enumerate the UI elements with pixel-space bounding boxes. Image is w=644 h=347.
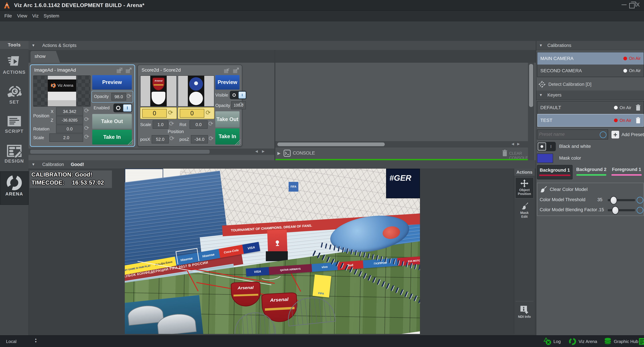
actions-vscrollbar[interactable]: [528, 63, 534, 160]
score2d-take-out-button[interactable]: Take Out: [215, 111, 240, 127]
score2d-away-thumbnail[interactable]: [178, 75, 214, 107]
minimize-button[interactable]: —: [622, 2, 626, 7]
tab-background-2[interactable]: Background 2: [574, 167, 608, 179]
tab-background-1[interactable]: Background 1: [537, 165, 572, 179]
menu-file[interactable]: File: [4, 13, 12, 18]
viz-arena-status-icon[interactable]: [568, 338, 576, 345]
clear-console-trash-icon[interactable]: [502, 150, 508, 157]
score2d-preview-button[interactable]: Preview: [215, 75, 240, 89]
score2d-home-thumbnail[interactable]: Arsenal: [140, 75, 177, 107]
actions-scripts-header[interactable]: ▼ Actions & Scripts: [28, 41, 536, 50]
actions-hscrollbar[interactable]: ◀ ▶: [28, 149, 274, 155]
score-home-field[interactable]: 0: [142, 109, 167, 118]
sidebar-item-script[interactable]: SCRIPT: [0, 112, 28, 140]
calibration-header[interactable]: ▼ Calibration Good!: [28, 160, 536, 169]
reset-icon[interactable]: ⟳: [239, 102, 244, 108]
imagead-scale-field[interactable]: 2.0: [49, 133, 83, 142]
keyer-row-test[interactable]: TEST On Air: [537, 114, 644, 127]
reset-icon[interactable]: ⟳: [84, 134, 89, 140]
imagead-take-in-button[interactable]: Take In: [92, 130, 132, 144]
score2d-rot-field[interactable]: 0.0: [190, 120, 208, 129]
score2d-action-card[interactable]: Score2d - Score2d Arsenal 0 ⟳: [138, 65, 242, 146]
info-icon[interactable]: [600, 131, 606, 138]
imagead-take-out-button[interactable]: Take Out: [92, 114, 132, 129]
card-resize-handle[interactable]: [235, 139, 240, 145]
mask-color-swatch[interactable]: [537, 154, 553, 163]
script-status-icon[interactable]: [638, 338, 644, 345]
keyers-header[interactable]: ▼ Keyers: [536, 90, 644, 100]
reset-icon[interactable]: ⟳: [170, 135, 174, 141]
imagead-action-card[interactable]: ImageAd - ImageAd Viz Arena X 34.3: [30, 65, 134, 146]
program-video-viewport[interactable]: #GER FIFA TOURNAMENT OF CHAMPIONS. DREAM…: [125, 169, 420, 334]
pop-in-icon[interactable]: [116, 67, 123, 74]
profile-dropdown-icon[interactable]: ▲▼: [34, 338, 37, 343]
profile-selector[interactable]: Local: [6, 339, 16, 344]
sidebar-item-arena[interactable]: ARENA: [0, 171, 28, 205]
imagead-z-field[interactable]: -36.8285: [56, 116, 83, 124]
camera-row-second[interactable]: SECOND CAMERA On Air: [537, 64, 644, 77]
reset-icon[interactable]: ⟳: [206, 110, 211, 116]
pop-out-icon[interactable]: [232, 67, 239, 74]
scroll-right-icon[interactable]: ▶: [262, 149, 264, 153]
mask-edit-tool[interactable]: Mask Edit: [515, 201, 534, 221]
object-position-tool[interactable]: Object Position: [515, 177, 534, 198]
detect-calibration-button[interactable]: Detect Calibration [D]: [538, 80, 592, 89]
log-status-icon[interactable]: [544, 337, 552, 346]
reset-icon[interactable]: ⟳: [208, 121, 213, 127]
score-away-field[interactable]: 0: [180, 109, 204, 118]
imagead-preview-button[interactable]: Preview: [92, 75, 132, 89]
pop-in-icon[interactable]: [223, 67, 230, 74]
imagead-rotation-field[interactable]: 0.0: [56, 125, 83, 133]
trash-icon[interactable]: [636, 117, 641, 124]
reset-icon[interactable]: ⟳: [169, 121, 174, 127]
restore-button[interactable]: [629, 3, 634, 8]
score2d-scale-field[interactable]: 1.0: [152, 120, 168, 129]
imagead-thumbnail[interactable]: Viz Arena: [33, 75, 90, 107]
preset-name-input[interactable]: [539, 130, 596, 138]
sidebar-item-design[interactable]: DESIGN: [0, 141, 28, 170]
add-preset-button[interactable]: + Add Preset: [612, 130, 644, 139]
reset-icon[interactable]: ⟳: [84, 116, 89, 122]
reset-icon[interactable]: ⟳: [84, 125, 89, 131]
card-resize-handle[interactable]: [128, 139, 133, 145]
threshold-slider-thumb[interactable]: [610, 196, 617, 205]
info-icon[interactable]: [636, 197, 643, 204]
info-icon[interactable]: [636, 207, 643, 214]
clear-color-model-button[interactable]: Clear Color Model: [540, 185, 588, 193]
console-expand-icon[interactable]: ▶: [278, 151, 280, 156]
black-white-toggle[interactable]: I: [537, 142, 556, 151]
reset-icon[interactable]: ⟳: [84, 108, 89, 114]
sidebar-item-actions[interactable]: ACTIONS: [0, 52, 28, 82]
scroll-left-icon[interactable]: ◀: [255, 149, 258, 153]
score2d-posx-field[interactable]: 52.0: [152, 135, 169, 143]
trash-icon[interactable]: [636, 104, 641, 111]
imagead-enabled-toggle[interactable]: I: [113, 104, 132, 112]
calibrations-header[interactable]: ▼ Calibrations: [536, 41, 644, 50]
sidebar-item-set[interactable]: SET: [0, 82, 28, 111]
viz-arena-label[interactable]: Viz Arena: [578, 339, 597, 344]
scroll-left-icon[interactable]: ◀: [512, 142, 514, 146]
blending-slider-thumb[interactable]: [612, 206, 619, 215]
reset-icon[interactable]: ⟳: [126, 93, 132, 99]
score2d-visible-toggle[interactable]: I: [230, 91, 246, 99]
ndi-info-tool[interactable]: NDI Info: [515, 304, 534, 324]
keyer-row-default[interactable]: DEFAULT On Air: [537, 101, 644, 114]
console-hscrollbar[interactable]: ◀ ▶: [276, 141, 528, 147]
close-button[interactable]: X: [636, 1, 640, 8]
scroll-right-icon[interactable]: ▶: [517, 142, 520, 146]
reset-icon[interactable]: ⟳: [168, 110, 173, 116]
tab-show[interactable]: show: [30, 51, 60, 63]
menu-view[interactable]: View: [17, 13, 27, 18]
pop-out-icon[interactable]: [125, 67, 132, 74]
log-label[interactable]: Log: [554, 339, 561, 344]
menu-viz[interactable]: Viz: [32, 13, 38, 18]
graphic-hub-status-icon[interactable]: [604, 337, 612, 346]
camera-row-main[interactable]: MAIN CAMERA On Air: [537, 52, 644, 64]
menu-system[interactable]: System: [44, 13, 59, 18]
reset-icon[interactable]: ⟳: [209, 135, 214, 141]
imagead-x-field[interactable]: 34.342: [56, 107, 83, 116]
tab-foreground-1[interactable]: Foreground 1: [610, 167, 644, 179]
graphic-hub-label[interactable]: Graphic Hub: [614, 339, 638, 344]
imagead-opacity-field[interactable]: 98.0: [111, 93, 126, 101]
score2d-posz-field[interactable]: -34.0: [191, 135, 208, 143]
